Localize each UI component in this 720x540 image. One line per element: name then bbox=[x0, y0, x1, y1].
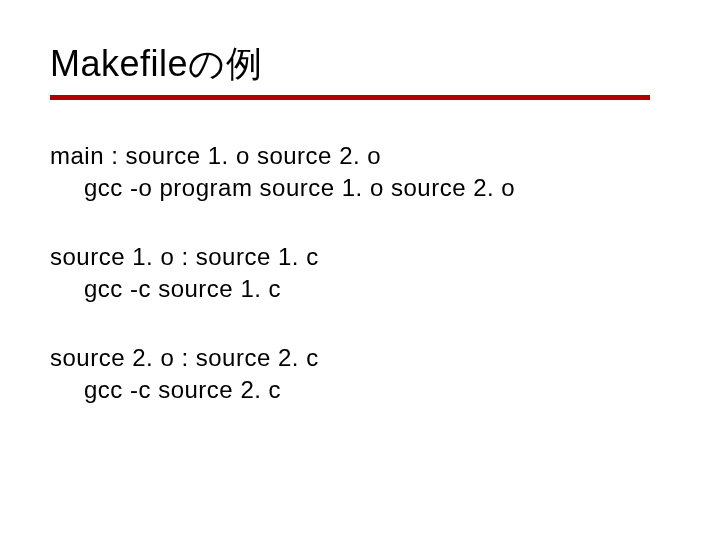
slide: Makefileの例 main : source 1. o source 2. … bbox=[0, 0, 720, 540]
rule-target-line: main : source 1. o source 2. o bbox=[50, 140, 670, 172]
slide-content: main : source 1. o source 2. o gcc -o pr… bbox=[50, 140, 670, 406]
makefile-rule: main : source 1. o source 2. o gcc -o pr… bbox=[50, 140, 670, 205]
rule-command-line: gcc -c source 1. c bbox=[50, 273, 670, 305]
makefile-rule: source 2. o : source 2. c gcc -c source … bbox=[50, 342, 670, 407]
title-underline bbox=[50, 95, 650, 100]
rule-target-line: source 2. o : source 2. c bbox=[50, 342, 670, 374]
slide-title: Makefileの例 bbox=[50, 40, 670, 89]
rule-target-line: source 1. o : source 1. c bbox=[50, 241, 670, 273]
rule-command-line: gcc -o program source 1. o source 2. o bbox=[50, 172, 670, 204]
makefile-rule: source 1. o : source 1. c gcc -c source … bbox=[50, 241, 670, 306]
title-block: Makefileの例 bbox=[50, 40, 670, 100]
rule-command-line: gcc -c source 2. c bbox=[50, 374, 670, 406]
